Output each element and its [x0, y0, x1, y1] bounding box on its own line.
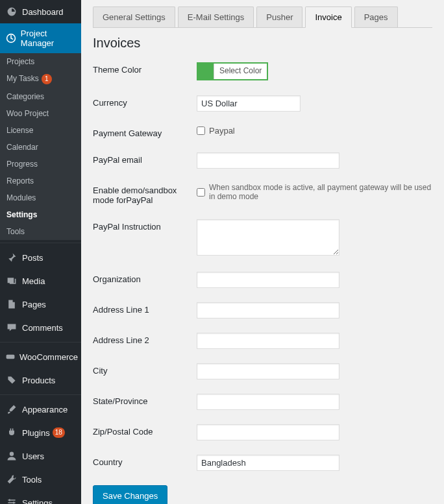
- products-icon: [5, 374, 18, 387]
- submenu-item-categories[interactable]: Categories: [0, 88, 81, 105]
- svg-rect-1: [6, 355, 15, 359]
- sandbox-hint: When sandbox mode is active, all payment…: [209, 183, 432, 201]
- paypal-option-label: Paypal: [209, 126, 235, 136]
- paypal-email-input[interactable]: [197, 152, 339, 169]
- wrench-icon: [5, 473, 18, 486]
- addr2-label: Address Line 2: [93, 333, 197, 345]
- tab-pusher[interactable]: Pusher: [256, 6, 302, 27]
- tab-email-settings[interactable]: E-Mail Settings: [178, 6, 254, 27]
- tab-invoice[interactable]: Invoice: [305, 6, 351, 28]
- page-icon: [5, 298, 18, 311]
- select-color-button[interactable]: Select Color: [197, 62, 268, 80]
- submenu-item-woo-project[interactable]: Woo Project: [0, 105, 81, 122]
- addr1-label: Address Line 1: [93, 302, 197, 315]
- paypal-email-label: PayPal email: [93, 152, 197, 165]
- save-changes-button[interactable]: Save Changes: [93, 485, 167, 504]
- dashboard-icon: [5, 5, 18, 18]
- submenu-item-progress[interactable]: Progress: [0, 156, 81, 173]
- sidebar-submenu: Projects My Tasks1 Categories Woo Projec…: [0, 53, 81, 240]
- sidebar-label: Project Manager: [21, 29, 76, 48]
- sidebar-item-tools[interactable]: Tools: [0, 468, 81, 491]
- submenu-item-calendar[interactable]: Calendar: [0, 139, 81, 156]
- submenu-item-projects[interactable]: Projects: [0, 53, 81, 70]
- media-icon: [5, 274, 18, 287]
- submenu-item-my-tasks[interactable]: My Tasks1: [0, 70, 81, 88]
- state-label: State/Province: [93, 394, 197, 406]
- sidebar-item-users[interactable]: Users: [0, 444, 81, 468]
- sidebar-item-posts[interactable]: Posts: [0, 246, 81, 269]
- sandbox-label: Enable demo/sandbox mode forPayPal: [93, 183, 197, 205]
- addr1-input[interactable]: [197, 302, 339, 318]
- instruction-textarea[interactable]: [197, 219, 339, 256]
- color-swatch: [198, 64, 214, 79]
- org-label: Organization: [93, 272, 197, 284]
- state-input[interactable]: [197, 394, 339, 410]
- svg-point-2: [10, 452, 14, 456]
- user-icon: [5, 450, 18, 462]
- comment-icon: [5, 321, 18, 334]
- country-label: Country: [93, 455, 197, 467]
- sandbox-checkbox[interactable]: [197, 188, 205, 197]
- currency-label: Currency: [93, 95, 197, 108]
- sidebar-item-appearance[interactable]: Appearance: [0, 398, 81, 421]
- main-content: General Settings E-Mail Settings Pusher …: [81, 0, 444, 504]
- sidebar-item-pages[interactable]: Pages: [0, 293, 81, 316]
- gateway-label: Payment Gateway: [93, 126, 197, 138]
- sidebar-item-media[interactable]: Media: [0, 269, 81, 293]
- submenu-item-settings[interactable]: Settings: [0, 206, 81, 223]
- brush-icon: [5, 403, 18, 416]
- submenu-item-license[interactable]: License: [0, 122, 81, 139]
- city-label: City: [93, 363, 197, 376]
- addr2-input[interactable]: [197, 333, 339, 349]
- admin-sidebar: Dashboard Project Manager Projects My Ta…: [0, 0, 81, 504]
- city-input[interactable]: [197, 363, 339, 379]
- sidebar-item-products[interactable]: Products: [0, 368, 81, 392]
- pin-icon: [5, 251, 18, 264]
- sidebar-item-project-manager[interactable]: Project Manager: [0, 23, 81, 53]
- org-input[interactable]: [197, 272, 339, 288]
- theme-color-label: Theme Color: [93, 62, 197, 75]
- page-title: Invoices: [93, 36, 432, 51]
- country-input[interactable]: [197, 455, 339, 471]
- sidebar-item-comments[interactable]: Comments: [0, 316, 81, 339]
- tab-general-settings[interactable]: General Settings: [93, 6, 175, 27]
- submenu-item-reports[interactable]: Reports: [0, 173, 81, 189]
- paypal-checkbox[interactable]: [197, 126, 205, 135]
- woo-icon: [5, 350, 16, 363]
- instruction-label: PayPal Instruction: [93, 219, 197, 232]
- submenu-item-tools[interactable]: Tools: [0, 223, 81, 240]
- tab-pages[interactable]: Pages: [354, 6, 398, 27]
- sidebar-item-dashboard[interactable]: Dashboard: [0, 0, 81, 23]
- settings-tabs: General Settings E-Mail Settings Pusher …: [93, 6, 432, 28]
- sidebar-label: Dashboard: [22, 7, 64, 17]
- submenu-item-modules[interactable]: Modules: [0, 189, 81, 206]
- project-manager-icon: [5, 32, 17, 45]
- sidebar-item-woocommerce[interactable]: WooCommerce: [0, 345, 81, 368]
- select-color-label: Select Color: [214, 64, 267, 79]
- plugins-badge: 18: [53, 427, 65, 438]
- sidebar-item-settings[interactable]: Settings: [0, 491, 81, 504]
- sidebar-item-plugins[interactable]: Plugins18: [0, 421, 81, 444]
- zip-label: Zip/Postal Code: [93, 424, 197, 437]
- zip-input[interactable]: [197, 424, 339, 440]
- currency-input[interactable]: [197, 95, 301, 112]
- sliders-icon: [5, 496, 18, 504]
- tasks-badge: 1: [42, 74, 52, 84]
- plugin-icon: [5, 426, 18, 439]
